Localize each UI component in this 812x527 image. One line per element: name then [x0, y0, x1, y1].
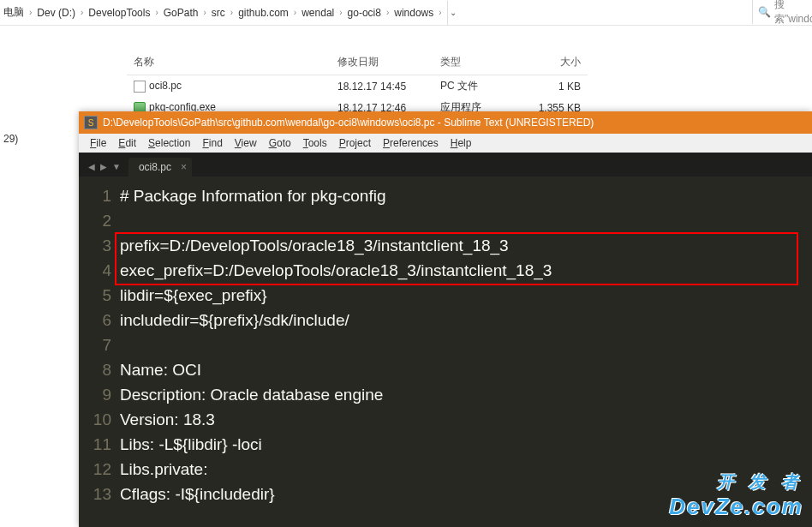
menu-preferences[interactable]: Preferences: [377, 137, 445, 149]
file-date: 18.12.17 14:45: [331, 75, 433, 98]
table-row[interactable]: oci8.pc18.12.17 14:45PC 文件1 KB: [127, 75, 588, 98]
crumb-5[interactable]: github.com: [235, 7, 292, 19]
col-size[interactable]: 大小: [519, 50, 588, 75]
line-number: 8: [79, 357, 111, 382]
crumb-3[interactable]: GoPath: [160, 7, 202, 19]
chevron-right-icon: ›: [201, 8, 207, 17]
line-number: 4: [79, 258, 111, 283]
menu-selection[interactable]: Selection: [142, 137, 196, 149]
line-number: 11: [79, 432, 111, 457]
code-line[interactable]: libdir=${exec_prefix}: [120, 283, 812, 308]
tab-dropdown-icon[interactable]: ▼: [110, 162, 123, 177]
tab-bar: ◀ ▶ ▼ oci8.pc ×: [79, 153, 812, 177]
close-icon[interactable]: ×: [181, 161, 187, 173]
tab-file[interactable]: oci8.pc ×: [128, 158, 192, 177]
line-number: 9: [79, 382, 111, 407]
line-number: 6: [79, 308, 111, 332]
sublime-menubar[interactable]: FileEditSelectionFindViewGotoToolsProjec…: [79, 134, 812, 153]
file-name: oci8.pc: [149, 80, 182, 92]
menu-project[interactable]: Project: [333, 137, 377, 149]
gutter: 12345678910111213: [79, 177, 120, 506]
sidebar-partial-text: 29): [0, 133, 18, 145]
line-number: 3: [79, 233, 111, 258]
code-line[interactable]: [120, 332, 812, 357]
tab-next-icon[interactable]: ▶: [98, 162, 110, 177]
menu-find[interactable]: Find: [196, 137, 228, 149]
menu-file[interactable]: File: [84, 137, 112, 149]
chevron-right-icon: ›: [27, 8, 33, 17]
watermark-cn: 开 发 者: [669, 470, 803, 494]
chevron-right-icon: ›: [292, 8, 298, 17]
code-line[interactable]: Name: OCI: [120, 357, 812, 382]
breadcrumb[interactable]: 电脑›Dev (D:)›DevelopTools›GoPath›src›gith…: [0, 0, 812, 26]
line-number: 12: [79, 457, 111, 482]
watermark-en: DevZe.com: [669, 494, 803, 519]
highlight-box: [115, 232, 798, 285]
code-line[interactable]: Version: 18.3: [120, 407, 812, 432]
menu-help[interactable]: Help: [445, 137, 478, 149]
file-list: 名称 修改日期 类型 大小 oci8.pc18.12.17 14:45PC 文件…: [0, 26, 812, 118]
code-line[interactable]: [120, 208, 812, 233]
crumb-7[interactable]: go-oci8: [344, 7, 385, 19]
sublime-logo-icon: S: [84, 116, 98, 129]
editor[interactable]: 12345678910111213 # Package Information …: [79, 177, 812, 506]
line-number: 10: [79, 407, 111, 432]
sublime-title-text: D:\DevelopTools\GoPath\src\github.com\we…: [103, 117, 594, 129]
file-size: 1 KB: [519, 75, 588, 98]
menu-tools[interactable]: Tools: [297, 137, 333, 149]
chevron-right-icon: ›: [337, 8, 343, 17]
sublime-window: S D:\DevelopTools\GoPath\src\github.com\…: [79, 111, 812, 527]
menu-view[interactable]: View: [229, 137, 263, 149]
code-line[interactable]: # Package Information for pkg-config: [120, 183, 812, 208]
watermark: 开 发 者 DevZe.com: [669, 470, 803, 520]
crumb-2[interactable]: DevelopTools: [85, 7, 153, 19]
column-headers[interactable]: 名称 修改日期 类型 大小: [127, 50, 588, 75]
chevron-right-icon: ›: [385, 8, 391, 17]
tab-label: oci8.pc: [139, 161, 171, 173]
col-name[interactable]: 名称: [127, 50, 331, 75]
col-date[interactable]: 修改日期: [331, 50, 433, 75]
sublime-titlebar[interactable]: S D:\DevelopTools\GoPath\src\github.com\…: [79, 111, 812, 134]
chevron-right-icon: ›: [79, 8, 85, 17]
crumb-0[interactable]: 电脑: [0, 5, 27, 20]
line-number: 13: [79, 482, 111, 506]
code-line[interactable]: Libs: -L${libdir} -loci: [120, 432, 812, 457]
chevron-right-icon: ›: [437, 8, 443, 17]
crumb-1[interactable]: Dev (D:): [33, 7, 79, 19]
chevron-right-icon: ›: [153, 8, 159, 17]
line-number: 5: [79, 283, 111, 308]
menu-goto[interactable]: Goto: [263, 137, 297, 149]
chevron-right-icon: ›: [229, 8, 235, 17]
file-icon: [134, 81, 146, 93]
search-input[interactable]: 🔍 搜索"window: [752, 0, 812, 24]
explorer-window: 电脑›Dev (D:)›DevelopTools›GoPath›src›gith…: [0, 0, 812, 118]
crumb-4[interactable]: src: [208, 7, 229, 19]
code-area[interactable]: # Package Information for pkg-configpref…: [120, 177, 812, 506]
code-line[interactable]: Description: Oracle database engine: [120, 382, 812, 407]
crumb-6[interactable]: wendal: [298, 7, 337, 19]
code-line[interactable]: includedir=${prefix}/sdk/include/: [120, 308, 812, 332]
tab-prev-icon[interactable]: ◀: [86, 162, 98, 177]
breadcrumb-dropdown-icon[interactable]: ⌄: [447, 1, 459, 25]
col-type[interactable]: 类型: [433, 50, 519, 75]
crumb-8[interactable]: windows: [391, 7, 437, 19]
line-number: 1: [79, 183, 111, 208]
menu-edit[interactable]: Edit: [112, 137, 142, 149]
search-placeholder: 搜索"window: [774, 0, 812, 27]
search-icon: 🔍: [758, 6, 771, 18]
line-number: 2: [79, 208, 111, 233]
file-type: PC 文件: [433, 75, 519, 98]
line-number: 7: [79, 332, 111, 357]
